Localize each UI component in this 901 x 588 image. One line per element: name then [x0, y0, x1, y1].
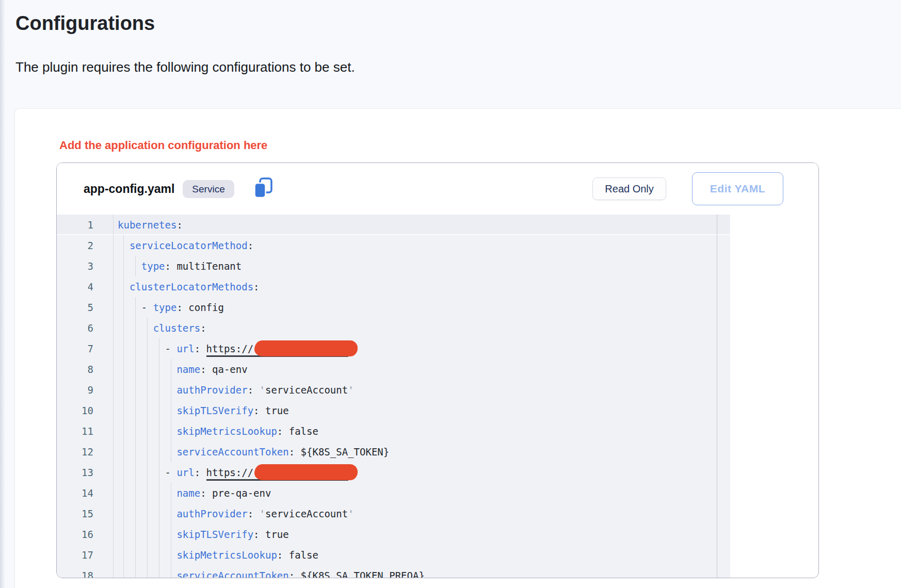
indent-guide [159, 380, 159, 400]
page-subtitle: The plugin requires the following config… [15, 59, 901, 75]
indent-guide [135, 503, 136, 524]
code-token-key: kubernetes [118, 219, 176, 231]
line-number: 11 [57, 421, 114, 442]
code-line: 5- type: config [57, 297, 730, 318]
indent-guide [135, 338, 136, 359]
indent-guide [159, 462, 159, 483]
code-token-punc: : [176, 219, 182, 231]
indent-guide [123, 276, 124, 297]
code-token-punc: : [248, 240, 253, 251]
indent-guide [147, 400, 148, 421]
indent-guide [135, 462, 136, 483]
line-number: 4 [57, 276, 114, 297]
code-token-val: multiTenant [176, 260, 242, 272]
code-token-punc: : [200, 364, 212, 375]
line-number: 7 [57, 338, 114, 359]
indent-guide [123, 359, 124, 380]
code-token-key: clusters [153, 322, 201, 334]
indent-guide [123, 483, 124, 503]
line-number: 2 [57, 235, 114, 256]
code-line: 11skipMetricsLookup: false [57, 421, 730, 442]
line-number: 18 [57, 565, 114, 578]
indent-guide [159, 400, 159, 421]
code-token-val: pre-qa-env [212, 487, 271, 499]
code-line: 13- url: https:// [57, 462, 730, 483]
code-token-key: name [176, 487, 200, 499]
code-token-punc: : [176, 302, 188, 313]
indent-guide [159, 545, 159, 565]
edit-yaml-button[interactable]: Edit YAML [692, 172, 783, 205]
line-number: 1 [57, 215, 114, 235]
indent-guide [135, 421, 136, 442]
code-line: 15authProvider: 'serviceAccount' [57, 503, 730, 524]
indent-guide [123, 442, 124, 462]
code-token-val: false [289, 549, 318, 561]
indent-guide [171, 524, 171, 545]
indent-guide [159, 565, 159, 578]
code-token-key: serviceAccountToken [176, 446, 288, 458]
indent-guide [135, 442, 136, 462]
indent-guide [135, 359, 136, 380]
indent-guide [147, 524, 148, 545]
code-token-quo: ' [260, 384, 265, 396]
code-token-key: serviceLocatorMethod [130, 240, 248, 251]
line-number: 12 [57, 442, 114, 462]
indent-guide [123, 462, 124, 483]
indent-guide [171, 545, 171, 565]
file-kind-badge: Service [183, 180, 234, 198]
indent-guide [123, 421, 124, 442]
indent-guide [159, 503, 159, 524]
indent-guide [147, 359, 148, 380]
code-token-punc: - [165, 343, 177, 354]
code-token-key: name [176, 364, 200, 375]
indent-guide [123, 400, 124, 421]
code-token-key: skipMetricsLookup [176, 549, 277, 561]
code-token-punc: : [277, 549, 289, 561]
indent-guide [123, 297, 124, 318]
configuration-panel: Add the application configuration here a… [14, 108, 901, 588]
indent-guide [123, 503, 124, 524]
code-line: 2serviceLocatorMethod: [57, 235, 730, 256]
code-token-punc: : [253, 281, 259, 292]
line-number: 9 [57, 380, 114, 400]
cluster-url-link[interactable]: https:// [206, 343, 349, 357]
redaction-marker [254, 464, 358, 480]
code-token-punc: : [289, 446, 301, 458]
code-line: 7- url: https:// [57, 338, 730, 359]
code-token-key: skipTLSVerify [176, 405, 253, 416]
indent-guide [135, 545, 136, 565]
editor-scrollbar[interactable] [717, 215, 717, 578]
page-title: Configurations [15, 12, 901, 35]
indent-guide [147, 503, 148, 524]
read-only-button[interactable]: Read Only [592, 177, 666, 200]
config-file-card: app-config.yaml Service Read Only Edit Y… [56, 162, 819, 578]
code-token-quo: ' [348, 384, 353, 396]
code-token-val: serviceAccount [265, 384, 348, 396]
code-token-val: false [289, 426, 318, 437]
code-line: 4clusterLocatorMethods: [57, 276, 730, 297]
copy-icon[interactable] [253, 177, 273, 201]
indent-guide [171, 503, 171, 524]
indent-guide [147, 442, 148, 462]
cluster-url-link[interactable]: https:// [206, 467, 349, 481]
indent-guide [171, 400, 171, 421]
code-token-punc: : [248, 508, 260, 519]
line-number: 8 [57, 359, 114, 380]
code-token-key: serviceAccountToken [176, 570, 288, 578]
indent-guide [171, 565, 171, 578]
yaml-editor[interactable]: 1kubernetes:2serviceLocatorMethod:3type:… [57, 215, 730, 578]
line-number: 13 [57, 462, 114, 483]
code-token-punc: : [289, 570, 301, 578]
code-token-key: skipMetricsLookup [176, 426, 277, 437]
indent-guide [147, 545, 148, 565]
indent-guide [147, 421, 148, 442]
line-number: 6 [57, 318, 114, 338]
code-token-key: skipTLSVerify [176, 529, 253, 540]
indent-guide [171, 359, 171, 380]
code-token-punc: : [165, 260, 177, 272]
code-token-punc: : [253, 405, 265, 416]
indent-guide [135, 400, 136, 421]
indent-guide [123, 380, 124, 400]
code-token-key: type [153, 302, 177, 313]
indent-guide [171, 442, 171, 462]
